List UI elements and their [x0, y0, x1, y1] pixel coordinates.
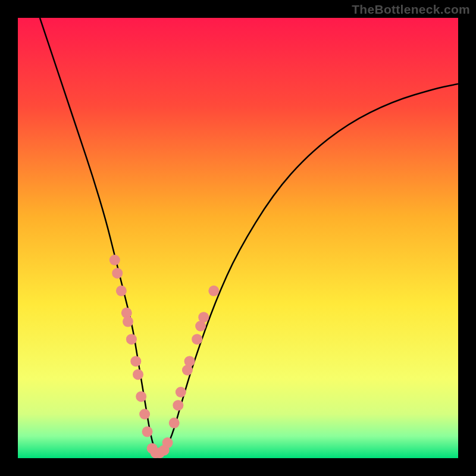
plot-area	[18, 18, 458, 458]
highlight-dot	[130, 356, 141, 367]
highlight-dot	[123, 317, 133, 327]
highlight-dot	[176, 387, 186, 397]
highlight-dot	[173, 400, 183, 411]
highlight-dot	[162, 437, 173, 448]
highlight-dot	[142, 427, 153, 437]
highlight-dot	[184, 356, 195, 367]
chart-svg	[18, 18, 458, 458]
gradient-background	[18, 18, 458, 458]
highlight-dot	[198, 312, 209, 322]
chart-frame: TheBottleneck.com	[0, 0, 476, 476]
highlight-dot	[208, 286, 219, 296]
highlight-dot	[112, 268, 123, 278]
highlight-dot	[139, 409, 150, 419]
highlight-dot	[126, 334, 137, 345]
highlight-dot	[169, 418, 180, 428]
highlight-dot	[133, 369, 143, 380]
highlight-dot	[116, 286, 127, 296]
watermark-text: TheBottleneck.com	[352, 2, 470, 17]
highlight-dot	[136, 391, 146, 402]
highlight-dot	[192, 334, 202, 345]
highlight-dot	[109, 255, 120, 265]
